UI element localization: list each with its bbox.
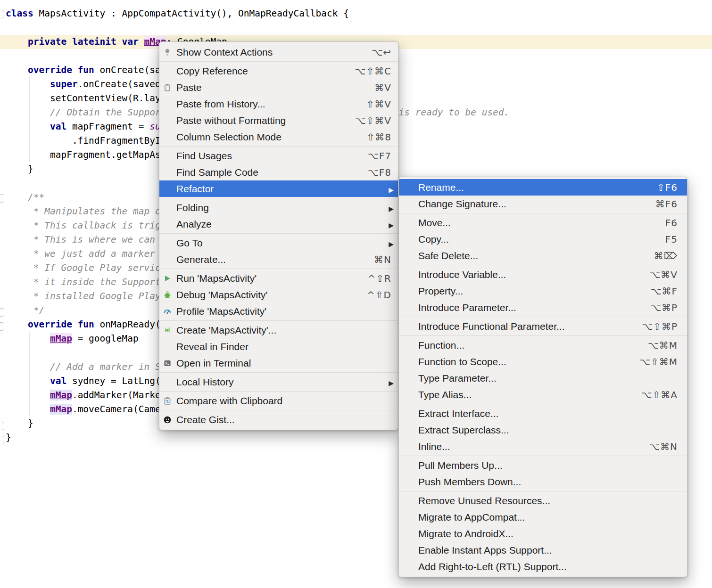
menu-item-change-signature[interactable]: Change Signature...⌘F6 (399, 196, 687, 212)
code-segment (6, 107, 50, 118)
menu-item-migrate-to-androidx[interactable]: Migrate to AndroidX... (399, 525, 687, 542)
menu-item-analyze[interactable]: Analyze (159, 216, 398, 232)
bulb-icon (163, 48, 172, 57)
menu-item-folding[interactable]: Folding (159, 199, 398, 216)
menu-separator (399, 265, 687, 265)
menu-item-shortcut: ⌥⇧⌘A (641, 389, 678, 400)
menu-item-label: Push Members Down... (418, 476, 521, 488)
menu-item-enable-instant-apps-support[interactable]: Enable Instant Apps Support... (399, 542, 687, 558)
code-line (0, 21, 712, 35)
menu-item-label: Show Context Actions (176, 47, 273, 58)
menu-item-column-selection-mode[interactable]: Column Selection Mode⇧⌘8 (159, 129, 398, 145)
code-segment (6, 121, 50, 132)
menu-item-pull-members-up[interactable]: Pull Members Up... (399, 457, 687, 474)
menu-separator (399, 335, 687, 336)
menu-item-shortcut: ⌥⌘F (650, 286, 678, 297)
fold-marker[interactable] (0, 436, 4, 444)
menu-item-label: Copy Reference (176, 65, 248, 77)
menu-item-shortcut: ^⇧R (368, 273, 391, 284)
code-segment (6, 79, 50, 90)
menu-item-paste-without-formatting[interactable]: Paste without Formatting⌥⇧⌘V (159, 112, 398, 129)
menu-item-run-mapsactivity[interactable]: Run 'MapsActivity'^⇧R (159, 270, 398, 286)
mmap-identifier: mMap (50, 333, 72, 344)
menu-item-label: Go To (176, 237, 203, 249)
menu-item-rename[interactable]: Rename...⇧F6 (399, 179, 687, 196)
code-segment (6, 319, 28, 330)
submenu-arrow-icon (389, 183, 394, 195)
menu-item-compare-with-clipboard[interactable]: Compare with Clipboard (159, 392, 398, 409)
menu-item-push-members-down[interactable]: Push Members Down... (399, 474, 687, 490)
menu-item-label: Generate... (176, 254, 226, 265)
menu-item-open-in-terminal[interactable]: Open in Terminal (159, 355, 398, 371)
fold-marker[interactable] (0, 322, 4, 331)
menu-item-function[interactable]: Function...⌥⌘M (399, 337, 687, 353)
run-icon (163, 274, 172, 283)
code-segment (6, 36, 28, 47)
menu-item-label: Reveal in Finder (176, 341, 248, 352)
menu-item-introduce-variable[interactable]: Introduce Variable...⌥⌘V (399, 266, 687, 283)
fold-marker[interactable] (0, 422, 4, 430)
menu-item-show-context-actions[interactable]: Show Context Actions⌥↩ (159, 44, 398, 60)
menu-item-type-parameter[interactable]: Type Parameter... (399, 370, 687, 386)
menu-item-shortcut: ⇧⌘8 (367, 131, 391, 143)
menu-item-label: Migrate to AndroidX... (418, 528, 513, 539)
menu-item-move[interactable]: Move...F6 (399, 214, 687, 231)
menu-item-shortcut: ⌘⌦ (654, 250, 678, 261)
menu-item-label: Pull Members Up... (418, 460, 503, 471)
menu-item-label: Compare with Clipboard (176, 395, 282, 407)
menu-item-add-right-to-left-rtl-support[interactable]: Add Right-to-Left (RTL) Support... (399, 558, 687, 575)
menu-item-remove-unused-resources[interactable]: Remove Unused Resources... (399, 492, 687, 509)
menu-item-paste[interactable]: Paste⌘V (159, 79, 398, 96)
code-segment: MapsActivity : AppCompatActivity(), OnMa… (39, 8, 348, 19)
menu-item-label: Type Alias... (418, 389, 472, 400)
editor-viewport: class MapsActivity : AppCompatActivity()… (0, 0, 712, 588)
menu-item-copy-reference[interactable]: Copy Reference⌥⇧⌘C (159, 63, 398, 79)
menu-item-label: Create 'MapsActivity'... (176, 325, 276, 336)
code-segment: super (50, 79, 78, 90)
menu-item-type-alias[interactable]: Type Alias...⌥⇧⌘A (399, 386, 687, 403)
menu-item-shortcut: ⌥⇧⌘P (642, 321, 678, 332)
menu-item-shortcut: ⌥F8 (368, 167, 391, 178)
menu-item-profile-mapsactivity[interactable]: Profile 'MapsActivity' (159, 303, 398, 319)
menu-item-create-mapsactivity[interactable]: Create 'MapsActivity'... (159, 322, 398, 338)
menu-separator (159, 372, 398, 373)
menu-item-go-to[interactable]: Go To (159, 235, 398, 251)
menu-item-extract-superclass[interactable]: Extract Superclass... (399, 422, 687, 438)
menu-item-safe-delete[interactable]: Safe Delete...⌘⌦ (399, 247, 687, 264)
menu-item-reveal-in-finder[interactable]: Reveal in Finder (159, 338, 398, 355)
menu-item-find-usages[interactable]: Find Usages⌥F7 (159, 147, 398, 164)
menu-item-label: Refactor (176, 183, 214, 195)
menu-item-find-sample-code[interactable]: Find Sample Code⌥F8 (159, 164, 398, 180)
menu-item-introduce-parameter[interactable]: Introduce Parameter...⌥⌘P (399, 299, 687, 316)
paste-icon (163, 83, 172, 92)
menu-item-copy[interactable]: Copy...F5 (399, 231, 687, 247)
menu-item-migrate-to-appcompat[interactable]: Migrate to AppCompat... (399, 509, 687, 525)
fold-marker[interactable] (0, 10, 4, 18)
menu-item-paste-from-history[interactable]: Paste from History...⇧⌘V (159, 96, 398, 112)
menu-item-local-history[interactable]: Local History (159, 374, 398, 390)
menu-item-label: Remove Unused Resources... (418, 495, 550, 506)
menu-item-debug-mapsactivity[interactable]: Debug 'MapsActivity'^⇧D (159, 286, 398, 303)
menu-item-introduce-functional-parameter[interactable]: Introduce Functional Parameter...⌥⇧⌘P (399, 318, 687, 335)
github-icon (163, 415, 172, 425)
mmap-identifier: mMap (50, 390, 72, 400)
compare-icon (163, 396, 172, 406)
menu-item-function-to-scope[interactable]: Function to Scope...⌥⇧⌘M (399, 353, 687, 370)
menu-item-generate[interactable]: Generate...⌘N (159, 251, 398, 268)
menu-item-refactor[interactable]: Refactor (159, 180, 398, 197)
submenu-arrow-icon (389, 237, 394, 249)
menu-item-shortcut: ⌥⌘M (648, 340, 678, 351)
code-segment: = googleMap (72, 333, 139, 344)
refactor-submenu: Rename...⇧F6Change Signature...⌘F6Move..… (398, 177, 687, 577)
fold-marker[interactable] (0, 308, 4, 317)
menu-item-property[interactable]: Property...⌥⌘F (399, 283, 687, 299)
menu-item-create-gist[interactable]: Create Gist... (159, 411, 398, 428)
menu-item-shortcut: ⌥⌘P (650, 302, 678, 313)
menu-item-extract-interface[interactable]: Extract Interface... (399, 405, 687, 422)
code-segment (6, 376, 50, 386)
menu-item-shortcut: ⌥⌘N (649, 441, 678, 452)
menu-item-inline[interactable]: Inline...⌥⌘N (399, 438, 687, 455)
menu-item-label: Profile 'MapsActivity' (176, 306, 266, 317)
code-segment: val (50, 121, 72, 132)
fold-marker[interactable] (0, 194, 4, 203)
